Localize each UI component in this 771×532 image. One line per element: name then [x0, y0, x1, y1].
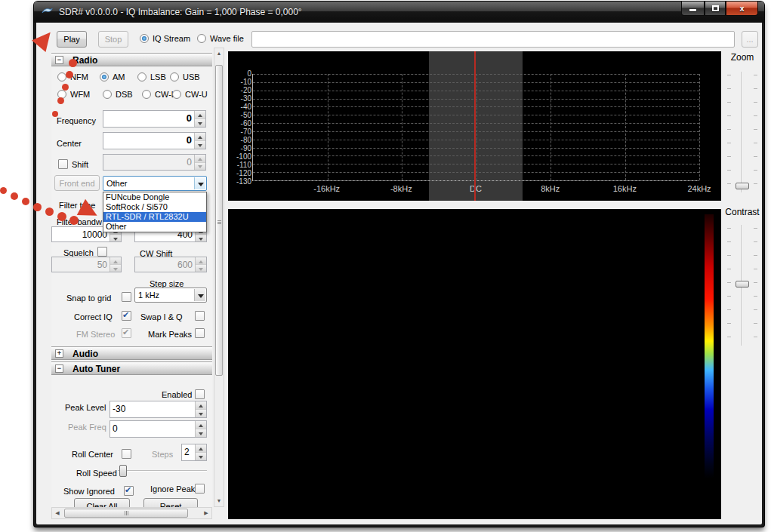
maximize-button[interactable] [705, 2, 726, 16]
zoom-slider[interactable] [727, 72, 757, 192]
spin-down-icon[interactable] [196, 429, 206, 437]
front-end-combo[interactable]: Other [103, 176, 207, 191]
spin-up-icon[interactable] [196, 421, 206, 429]
collapse-icon[interactable]: − [55, 364, 63, 373]
spin-up-icon[interactable] [195, 133, 205, 141]
spin-down-icon [195, 163, 205, 171]
enabled-checkbox[interactable] [195, 389, 205, 399]
chevron-down-icon[interactable] [194, 289, 205, 301]
stop-button[interactable]: Stop [98, 31, 128, 48]
roll-center-checkbox[interactable] [122, 449, 131, 459]
spin-buttons[interactable] [194, 111, 205, 127]
slider-thumb[interactable] [736, 281, 749, 288]
dropdown-option-funcube[interactable]: FUNcube Dongle [103, 192, 206, 202]
app-icon [42, 7, 53, 17]
frequency-spinner[interactable]: 0 [103, 110, 206, 128]
db-tick-label: 0 [231, 69, 251, 78]
mode-radio-cwl[interactable]: CW-L [142, 90, 176, 99]
panel-vertical-scrollbar[interactable]: ▲ ▼ [214, 48, 224, 507]
scrollbar-thumb[interactable] [64, 509, 188, 518]
collapse-icon[interactable]: − [55, 56, 63, 64]
dropdown-option-other[interactable]: Other [103, 222, 206, 232]
clear-all-button[interactable]: Clear All [74, 498, 130, 507]
slider-thumb[interactable] [119, 465, 127, 477]
scrollbar-thumb[interactable] [215, 65, 223, 376]
spin-buttons [194, 155, 205, 170]
dropdown-option-softrock[interactable]: SoftRock / Si570 [103, 202, 206, 212]
roll-speed-label: Roll Speed [76, 469, 117, 478]
mode-label: AM [113, 72, 125, 81]
scroll-left-icon[interactable]: ◀ [52, 508, 63, 518]
spin-down-icon[interactable] [196, 235, 206, 241]
spin-up-icon [196, 257, 206, 265]
contrast-slider[interactable] [727, 225, 757, 346]
squelch-checkbox[interactable] [97, 247, 107, 257]
mode-radio-cwu[interactable]: CW-U [172, 90, 208, 99]
db-tick-label: -90 [231, 144, 251, 152]
shift-value: 0 [103, 155, 194, 170]
spin-down-icon[interactable] [195, 119, 205, 127]
scroll-down-icon[interactable]: ▼ [214, 497, 224, 506]
db-tick-label: -130 [231, 177, 251, 186]
mode-radio-dsb[interactable]: DSB [103, 90, 133, 99]
ignore-peak-checkbox[interactable] [195, 484, 205, 494]
snap-to-grid-checkbox[interactable] [122, 292, 131, 302]
close-button[interactable]: x [726, 2, 758, 16]
freq-tick-label: -8kHz [390, 184, 412, 193]
peak-level-label: Peak Level [65, 403, 106, 412]
spin-down-icon[interactable] [196, 410, 206, 417]
spin-buttons[interactable] [194, 133, 205, 149]
steps-spinner[interactable]: 2 [181, 444, 207, 461]
spin-up-icon[interactable] [196, 401, 206, 410]
spin-up-icon[interactable] [196, 444, 206, 453]
iq-stream-radio[interactable]: IQ Stream [140, 34, 190, 43]
spin-buttons[interactable] [195, 421, 206, 437]
spin-down-icon[interactable] [110, 235, 121, 241]
wave-file-path-input[interactable] [251, 31, 735, 48]
audio-section-header[interactable]: + Audio [51, 346, 212, 360]
spin-down-icon[interactable] [196, 453, 206, 460]
waterfall-display[interactable] [228, 209, 721, 519]
freq-tick-label: -16kHz [313, 184, 340, 193]
swap-iq-checkbox[interactable] [195, 311, 205, 321]
mode-radio-usb[interactable]: USB [170, 72, 200, 81]
spin-buttons[interactable] [195, 444, 206, 460]
reset-button[interactable]: Reset [143, 498, 198, 507]
spectrum-display[interactable]: 0-10-20-30-40-50-60-70-80-90-100-110-120… [228, 51, 721, 201]
play-button[interactable]: Play [57, 31, 87, 48]
center-spinner[interactable]: 0 [103, 132, 206, 149]
shift-checkbox[interactable] [58, 159, 68, 169]
slider-ticks [754, 228, 757, 343]
peak-level-spinner[interactable]: -30 [109, 401, 207, 418]
mark-peaks-checkbox[interactable] [195, 328, 205, 338]
dropdown-option-rtlsdr[interactable]: RTL-SDR / RTL2832U [103, 212, 206, 222]
peak-freq-spinner[interactable]: 0 [109, 420, 207, 438]
scroll-up-icon[interactable]: ▲ [214, 49, 224, 58]
mode-radio-am[interactable]: AM [100, 72, 125, 81]
expand-icon[interactable]: + [55, 349, 63, 358]
titlebar[interactable]: SDR# v0.0.0.0 - IQ Imbalance: Gain = 1,0… [34, 2, 764, 23]
wave-file-radio[interactable]: Wave file [197, 34, 244, 43]
roll-speed-slider[interactable] [118, 465, 207, 477]
snap-to-grid-label: Snap to grid [66, 294, 111, 303]
spin-buttons[interactable] [195, 401, 206, 417]
minimize-button[interactable] [681, 2, 705, 16]
panel-horizontal-scrollbar[interactable]: ◀ ▶ [51, 507, 212, 519]
spin-up-icon[interactable] [195, 111, 205, 119]
chevron-down-icon[interactable] [194, 177, 205, 189]
step-size-combo[interactable]: 1 kHz [134, 288, 207, 303]
correct-iq-checkbox[interactable] [122, 311, 131, 321]
show-ignored-checkbox[interactable] [124, 486, 134, 496]
front-end-button[interactable]: Front end [54, 175, 100, 191]
browse-button[interactable]: ... [742, 31, 758, 48]
db-tick-label: -40 [231, 103, 251, 111]
v-gridline [550, 74, 551, 180]
mode-radio-lsb[interactable]: LSB [137, 72, 166, 81]
scroll-right-icon[interactable]: ▶ [201, 508, 211, 518]
spin-buttons [195, 257, 206, 272]
radio-dot-icon [170, 72, 179, 81]
window-title: SDR# v0.0.0.0 - IQ Imbalance: Gain = 1,0… [59, 7, 302, 17]
auto-tuner-section-header[interactable]: − Auto Tuner [51, 361, 212, 375]
slider-thumb[interactable] [736, 183, 749, 189]
spin-down-icon[interactable] [195, 141, 205, 149]
